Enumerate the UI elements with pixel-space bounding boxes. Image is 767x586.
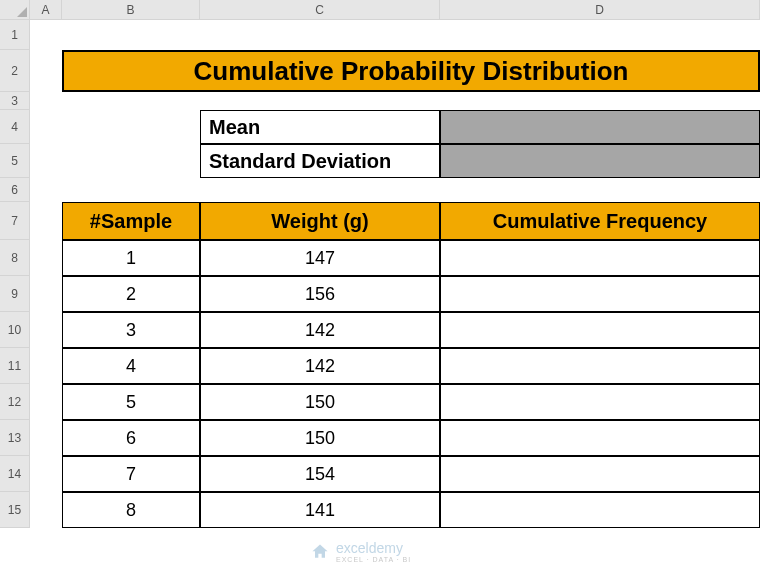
cell-sample[interactable]: 3	[62, 312, 200, 348]
cell-sample[interactable]: 2	[62, 276, 200, 312]
title-cell[interactable]: Cumulative Probability Distribution	[62, 50, 760, 92]
spreadsheet-grid: A B C D 1 2 3 4 5 6 7 8 9 10 11 12 13 14…	[0, 0, 767, 528]
cell-cumfreq[interactable]	[440, 312, 760, 348]
mean-value[interactable]	[440, 110, 760, 144]
header-cumfreq[interactable]: Cumulative Frequency	[440, 202, 760, 240]
cell-sample[interactable]: 8	[62, 492, 200, 528]
row-header-5[interactable]: 5	[0, 144, 30, 178]
row-header-13[interactable]: 13	[0, 420, 30, 456]
row-header-8[interactable]: 8	[0, 240, 30, 276]
cell-cumfreq[interactable]	[440, 420, 760, 456]
row-header-3[interactable]: 3	[0, 92, 30, 110]
cell-weight[interactable]: 150	[200, 384, 440, 420]
row-header-6[interactable]: 6	[0, 178, 30, 202]
cell-weight[interactable]: 154	[200, 456, 440, 492]
watermark-sub: EXCEL · DATA · BI	[336, 556, 411, 563]
cell-sample[interactable]: 5	[62, 384, 200, 420]
row-header-10[interactable]: 10	[0, 312, 30, 348]
row-header-11[interactable]: 11	[0, 348, 30, 384]
col-header-d[interactable]: D	[440, 0, 760, 20]
house-icon	[310, 542, 330, 562]
row-header-4[interactable]: 4	[0, 110, 30, 144]
cell-weight[interactable]: 141	[200, 492, 440, 528]
cell-weight[interactable]: 142	[200, 312, 440, 348]
cell-cumfreq[interactable]	[440, 384, 760, 420]
stddev-label[interactable]: Standard Deviation	[200, 144, 440, 178]
row-header-2[interactable]: 2	[0, 50, 30, 92]
cell-weight[interactable]: 147	[200, 240, 440, 276]
stddev-value[interactable]	[440, 144, 760, 178]
watermark: exceldemy EXCEL · DATA · BI	[310, 540, 411, 563]
cell-cumfreq[interactable]	[440, 276, 760, 312]
col-header-b[interactable]: B	[62, 0, 200, 20]
header-weight[interactable]: Weight (g)	[200, 202, 440, 240]
cell-cumfreq[interactable]	[440, 240, 760, 276]
cell-sample[interactable]: 1	[62, 240, 200, 276]
row-header-1[interactable]: 1	[0, 20, 30, 50]
row-header-14[interactable]: 14	[0, 456, 30, 492]
cell-weight[interactable]: 150	[200, 420, 440, 456]
select-all-corner[interactable]	[0, 0, 30, 20]
row-header-7[interactable]: 7	[0, 202, 30, 240]
cell-sample[interactable]: 4	[62, 348, 200, 384]
cell-cumfreq[interactable]	[440, 348, 760, 384]
watermark-name: exceldemy	[336, 540, 403, 556]
cell-cumfreq[interactable]	[440, 456, 760, 492]
header-sample[interactable]: #Sample	[62, 202, 200, 240]
cell-sample[interactable]: 6	[62, 420, 200, 456]
row-header-9[interactable]: 9	[0, 276, 30, 312]
cell-weight[interactable]: 142	[200, 348, 440, 384]
col-header-c[interactable]: C	[200, 0, 440, 20]
row-header-12[interactable]: 12	[0, 384, 30, 420]
row-header-15[interactable]: 15	[0, 492, 30, 528]
col-header-a[interactable]: A	[30, 0, 62, 20]
cell-sample[interactable]: 7	[62, 456, 200, 492]
cell-cumfreq[interactable]	[440, 492, 760, 528]
cell-weight[interactable]: 156	[200, 276, 440, 312]
mean-label[interactable]: Mean	[200, 110, 440, 144]
